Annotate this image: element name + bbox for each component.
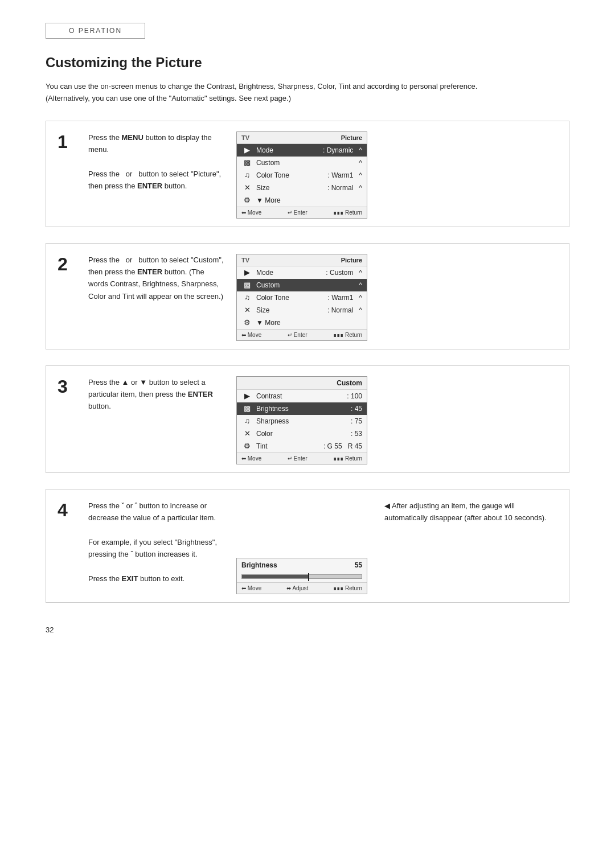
step-3-icon-brightness: ▩: [241, 404, 253, 413]
step-1-footer-return: ∎∎∎ Return: [333, 209, 362, 216]
step-4-side-note: ◀ After adjusting an item, the gauge wil…: [367, 500, 557, 594]
step-1-menu-row-mode: ▶ Mode : Dynamic ^: [237, 144, 367, 157]
brightness-footer-adjust: ⬌ Adjust: [286, 585, 308, 591]
step-3-menu-header: Custom: [237, 377, 367, 390]
step-3-menu-row-contrast: ▶ Contrast : 100: [237, 390, 367, 402]
step-1-icon-more: ⚙: [241, 196, 253, 204]
step-1-menu-footer: ⬅ Move ↵ Enter ∎∎∎ Return: [237, 207, 367, 218]
step-3-menu-row-sharpness: ♫ Sharpness : 75: [237, 415, 367, 427]
step-1-menu-right-label: Picture: [341, 134, 362, 141]
step-1-icon-color-tone: ♫: [241, 171, 253, 179]
brightness-bar-indicator: [308, 573, 309, 581]
step-2-footer-move: ⬅ Move: [241, 332, 261, 338]
page-number: 32: [46, 626, 569, 634]
brightness-label-row: Brightness 55: [237, 558, 367, 572]
step-2-icon-mode: ▶: [241, 268, 253, 277]
brightness-value: 55: [355, 561, 362, 569]
step-2-menu-row-more: ⚙ ▼ More: [237, 316, 367, 329]
step-1-icon-mode: ▶: [241, 146, 253, 154]
step-2-number: 2: [58, 255, 78, 341]
step-1-instructions: Press the MENU button to display the men…: [88, 131, 236, 219]
step-3-menu-row-color: ✕ Color : 53: [237, 427, 367, 440]
step-2-menu-header: TV Picture: [237, 254, 367, 266]
step-2-menu-row-custom: ▩ Custom ^: [237, 279, 367, 291]
step-3-icon-sharpness: ♫: [241, 417, 253, 425]
step-3-menu-row-tint: ⚙ Tint : G 55 R 45: [237, 440, 367, 452]
brightness-bar-fill: [242, 575, 308, 578]
step-3-icon-color: ✕: [241, 429, 253, 438]
step-3-footer-return: ∎∎∎ Return: [333, 455, 362, 462]
step-2-footer-return: ∎∎∎ Return: [333, 332, 362, 338]
step-2-instructions: Press the or button to select "Custom", …: [88, 254, 236, 341]
step-1-menu-header: TV Picture: [237, 132, 367, 144]
intro-text: You can use the on-screen menus to chang…: [46, 81, 490, 105]
step-1-menu-row-custom: ▩ Custom ^: [237, 157, 367, 169]
step-3-number: 3: [58, 377, 78, 464]
step-1-menu-row-size: ✕ Size : Normal ^: [237, 182, 367, 194]
step-2-menu-row-mode: ▶ Mode : Custom ^: [237, 266, 367, 279]
step-1-icon-size: ✕: [241, 183, 253, 192]
step-3-menu-row-brightness: ▩ Brightness : 45: [237, 402, 367, 415]
step-1-footer-move: ⬅ Move: [241, 209, 261, 216]
step-2-menu-left-label: TV: [241, 257, 249, 264]
step-2-tv-menu: TV Picture ▶ Mode : Custom ^ ▩ Custom ^: [236, 254, 367, 341]
brightness-footer-return: ∎∎∎ Return: [333, 585, 362, 591]
step-1-icon-custom: ▩: [241, 158, 253, 167]
step-3-icon-contrast: ▶: [241, 392, 253, 400]
step-2-menu-footer: ⬅ Move ↵ Enter ∎∎∎ Return: [237, 329, 367, 340]
step-3-menu-body: ▶ Contrast : 100 ▩ Brightness : 45 ♫ Sha…: [237, 390, 367, 452]
step-2-icon-size: ✕: [241, 306, 253, 314]
step-4-section: 4 Press the ˇ or ˆ button to increase or…: [46, 489, 569, 603]
step-3-instructions: Press the ▲ or ▼ button to select a part…: [88, 376, 236, 464]
step-1-menu-row-color-tone: ♫ Color Tone : Warm1 ^: [237, 169, 367, 182]
step-4-gauge-area: Brightness 55 ⬅ Move ⬌ Adjust ∎∎∎ Return: [236, 500, 367, 594]
step-3-footer-move: ⬅ Move: [241, 455, 261, 462]
step-3-footer-enter: ↵ Enter: [288, 455, 308, 462]
step-2-icon-more: ⚙: [241, 318, 253, 327]
brightness-gauge: Brightness 55 ⬅ Move ⬌ Adjust ∎∎∎ Return: [236, 558, 367, 594]
step-3-menu-footer: ⬅ Move ↵ Enter ∎∎∎ Return: [237, 452, 367, 464]
brightness-footer-move: ⬅ Move: [241, 585, 261, 591]
step-1-tv-menu: TV Picture ▶ Mode : Dynamic ^ ▩ Custom ^: [236, 131, 367, 219]
step-4-note-text: ◀ After adjusting an item, the gauge wil…: [384, 500, 557, 524]
brightness-label: Brightness: [241, 561, 277, 569]
step-2-icon-color-tone: ♫: [241, 293, 253, 302]
operation-header: O PERATION: [46, 23, 145, 39]
step-4-number: 4: [58, 501, 78, 594]
step-2-menu-right-label: Picture: [341, 257, 362, 264]
step-2-section: 2 Press the or button to select "Custom"…: [46, 243, 569, 349]
page-title: Customizing the Picture: [46, 55, 569, 71]
step-1-section: 1 Press the MENU button to display the m…: [46, 121, 569, 227]
step-1-menu-row-more: ⚙ ▼ More: [237, 194, 367, 207]
step-1-menu-body: ▶ Mode : Dynamic ^ ▩ Custom ^ ♫ Color To…: [237, 144, 367, 207]
step-2-menu-row-color-tone: ♫ Color Tone : Warm1 ^: [237, 291, 367, 304]
step-2-menu-row-size: ✕ Size : Normal ^: [237, 304, 367, 316]
operation-label: O PERATION: [69, 27, 122, 35]
step-1-footer-enter: ↵ Enter: [288, 209, 308, 216]
step-4-instructions: Press the ˇ or ˆ button to increase or d…: [88, 500, 236, 594]
brightness-bar-row: [237, 572, 367, 582]
step-2-menu-body: ▶ Mode : Custom ^ ▩ Custom ^ ♫ Color Ton…: [237, 266, 367, 329]
step-1-number: 1: [58, 133, 78, 219]
brightness-footer: ⬅ Move ⬌ Adjust ∎∎∎ Return: [237, 582, 367, 594]
step-2-icon-custom: ▩: [241, 281, 253, 289]
step-3-section: 3 Press the ▲ or ▼ button to select a pa…: [46, 365, 569, 473]
step-2-footer-enter: ↵ Enter: [288, 332, 308, 338]
step-1-menu-left-label: TV: [241, 134, 249, 141]
brightness-bar-track: [241, 574, 362, 579]
step-3-tv-menu: Custom ▶ Contrast : 100 ▩ Brightness : 4…: [236, 376, 367, 464]
step-3-icon-tint: ⚙: [241, 442, 253, 450]
